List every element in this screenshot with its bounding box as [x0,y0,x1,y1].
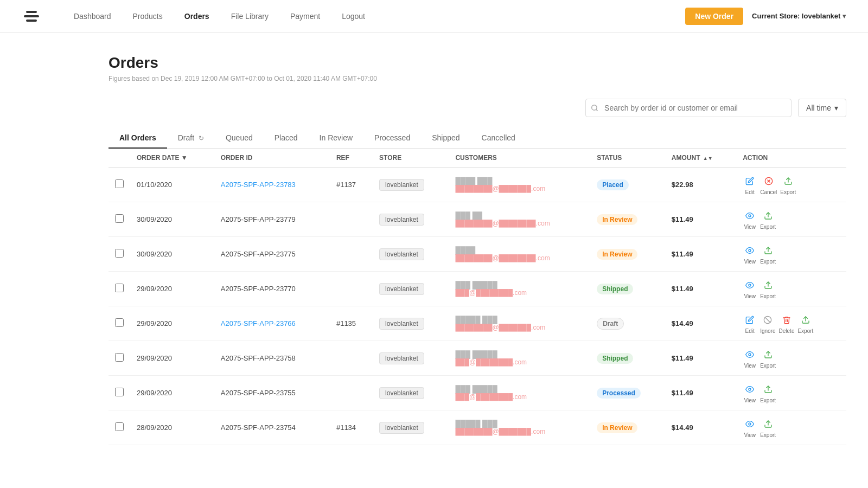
export-button[interactable]: Export [760,243,776,265]
customer-name: ███ ██ [455,211,584,220]
view-icon [743,348,757,362]
order-id-link[interactable]: A2075-SPF-APP-23766 [221,319,296,328]
export-icon [761,348,775,362]
edit-button[interactable]: Edit [743,313,757,334]
edit-label: Edit [745,189,755,195]
order-id-cell: A2075-SPF-APP-23775 [214,237,330,272]
tab-placed[interactable]: Placed [264,128,309,149]
order-id-plain: A2075-SPF-APP-23755 [221,389,296,397]
view-button[interactable]: View [743,417,757,438]
row-checkbox[interactable] [115,179,124,188]
nav-payment[interactable]: Payment [290,12,320,21]
nav-dashboard[interactable]: Dashboard [74,12,111,21]
amount-cell: $11.49 [665,341,736,376]
export-button[interactable]: Export [760,382,776,403]
export-button[interactable]: Export [760,209,776,230]
export-button[interactable]: Export [760,417,776,438]
ignore-button[interactable]: Ignore [760,313,775,334]
order-date-cell: 29/09/2020 [130,341,214,376]
export-button[interactable]: Export [780,174,796,195]
order-id-plain: A2075-SPF-APP-23758 [221,354,296,362]
store-cell: loveblanket [373,168,449,202]
col-amount-label: AMOUNT [672,154,700,162]
view-button[interactable]: View [743,348,757,369]
tab-draft-label: Draft [178,133,194,142]
col-customers: CUSTOMERS [449,149,590,168]
customer-email: ████████@███████.com [455,324,584,331]
main-nav: Dashboard Products Orders File Library P… [74,12,685,21]
store-cell: loveblanket [373,376,449,410]
table-row: 28/09/2020A2075-SPF-APP-23754#1134lovebl… [108,410,846,445]
svg-point-17 [749,388,751,390]
edit-button[interactable]: Edit [743,174,757,195]
view-button[interactable]: View [743,278,757,299]
order-date-cell: 30/09/2020 [130,202,214,237]
customer-name: ███ █████ [455,350,584,358]
col-order-date[interactable]: ORDER DATE ▼ [130,149,214,168]
tab-shipped[interactable]: Shipped [421,128,470,149]
tab-processed[interactable]: Processed [363,128,421,149]
export-button[interactable]: Export [760,278,776,299]
store-selector[interactable]: Current Store: loveblanket ▾ [752,12,846,20]
delete-label: Delete [779,328,795,334]
export-button[interactable]: Export [797,313,813,334]
view-icon [743,209,757,223]
store-cell: loveblanket [373,272,449,306]
row-checkbox[interactable] [115,214,124,223]
view-button[interactable]: View [743,382,757,403]
logo [22,7,41,26]
action-buttons: ViewExport [743,278,840,299]
new-order-button[interactable]: New Order [685,8,743,25]
nav-logout[interactable]: Logout [342,12,365,21]
order-id-cell[interactable]: A2075-SPF-APP-23783 [214,168,330,202]
ref-cell [330,341,373,376]
time-filter-button[interactable]: All time ▾ [798,99,846,117]
tab-cancelled[interactable]: Cancelled [471,128,526,149]
action-cell: ViewExport [736,202,846,237]
cancel-button[interactable]: Cancel [760,174,777,195]
order-id-cell: A2075-SPF-APP-23754 [214,410,330,445]
nav-file-library[interactable]: File Library [231,12,269,21]
row-checkbox[interactable] [115,388,124,396]
row-checkbox[interactable] [115,353,124,362]
amount-value: $14.49 [672,319,693,328]
view-icon [743,382,757,396]
view-icon [743,417,757,431]
tab-all-orders[interactable]: All Orders [108,128,167,149]
nav-products[interactable]: Products [133,12,163,21]
store-cell: loveblanket [373,237,449,272]
customer-name: ███ █████ [455,281,584,289]
order-id-cell[interactable]: A2075-SPF-APP-23766 [214,306,330,341]
order-date-cell: 29/09/2020 [130,306,214,341]
row-checkbox[interactable] [115,318,124,327]
search-input[interactable] [585,99,792,117]
tab-draft[interactable]: Draft ↻ [167,128,215,149]
row-checkbox[interactable] [115,284,124,292]
ref-cell [330,237,373,272]
view-button[interactable]: View [743,209,757,230]
status-cell: Shipped [590,341,665,376]
export-button[interactable]: Export [760,348,776,369]
action-buttons: ViewExport [743,243,840,265]
customer-name: ███ █████ [455,385,584,393]
tab-in-review[interactable]: In Review [309,128,363,149]
col-ref: REF [330,149,373,168]
time-filter-label: All time [806,104,831,112]
export-label: Export [760,432,776,438]
view-button[interactable]: View [743,243,757,265]
action-buttons: ViewExport [743,382,840,403]
delete-button[interactable]: Delete [779,313,795,334]
row-checkbox[interactable] [115,422,124,431]
col-amount[interactable]: AMOUNT ▲▼ [665,149,736,168]
customer-email: ███@████████.com [455,358,584,366]
logo-bar-bot [26,20,37,22]
nav-orders[interactable]: Orders [184,12,209,21]
action-cell: ViewExport [736,341,846,376]
row-checkbox[interactable] [115,249,124,258]
customer-name: ████ [455,246,584,254]
table-row: 29/09/2020A2075-SPF-APP-23770loveblanket… [108,272,846,306]
chevron-down-icon: ▾ [834,104,838,112]
svg-point-19 [749,423,751,425]
order-id-link[interactable]: A2075-SPF-APP-23783 [221,181,296,189]
tab-queued[interactable]: Queued [215,128,264,149]
